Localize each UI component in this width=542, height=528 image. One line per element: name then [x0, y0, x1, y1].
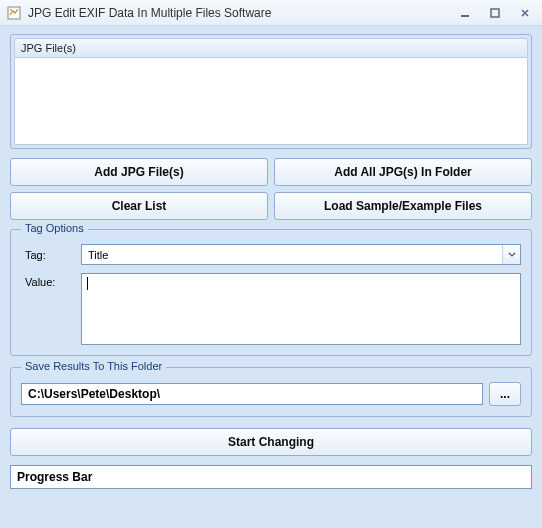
- text-cursor: [87, 277, 88, 290]
- tag-combo[interactable]: Title: [81, 244, 521, 265]
- action-buttons: Add JPG File(s) Add All JPG(s) In Folder…: [10, 158, 532, 220]
- chevron-down-icon: [502, 245, 520, 264]
- tag-options-fieldset: Tag Options Tag: Title Value:: [10, 229, 532, 356]
- start-button[interactable]: Start Changing: [10, 428, 532, 456]
- progress-bar: Progress Bar: [10, 465, 532, 489]
- add-folder-button[interactable]: Add All JPG(s) In Folder: [274, 158, 532, 186]
- clear-list-button[interactable]: Clear List: [10, 192, 268, 220]
- browse-button[interactable]: ...: [489, 382, 521, 406]
- svg-rect-0: [8, 7, 20, 19]
- close-button[interactable]: [512, 5, 538, 21]
- progress-label: Progress Bar: [17, 470, 92, 484]
- minimize-button[interactable]: [452, 5, 478, 21]
- add-files-button[interactable]: Add JPG File(s): [10, 158, 268, 186]
- client-area: JPG File(s) Add JPG File(s) Add All JPG(…: [0, 26, 542, 499]
- save-folder-legend: Save Results To This Folder: [21, 360, 166, 372]
- save-path-input[interactable]: [21, 383, 483, 405]
- tag-options-legend: Tag Options: [21, 222, 88, 234]
- tag-combo-value: Title: [82, 249, 502, 261]
- tag-label: Tag:: [21, 249, 81, 261]
- svg-point-1: [10, 9, 12, 11]
- value-textarea[interactable]: [81, 273, 521, 345]
- svg-rect-2: [461, 15, 469, 17]
- app-icon: [6, 5, 22, 21]
- save-folder-fieldset: Save Results To This Folder ...: [10, 367, 532, 417]
- titlebar: JPG Edit EXIF Data In Multiple Files Sof…: [0, 0, 542, 26]
- files-list[interactable]: [14, 58, 528, 145]
- files-list-header: JPG File(s): [14, 38, 528, 58]
- files-panel: JPG File(s): [10, 34, 532, 149]
- value-label: Value:: [21, 273, 81, 288]
- window-title: JPG Edit EXIF Data In Multiple Files Sof…: [28, 6, 448, 20]
- load-sample-button[interactable]: Load Sample/Example Files: [274, 192, 532, 220]
- svg-rect-3: [491, 9, 499, 17]
- maximize-button[interactable]: [482, 5, 508, 21]
